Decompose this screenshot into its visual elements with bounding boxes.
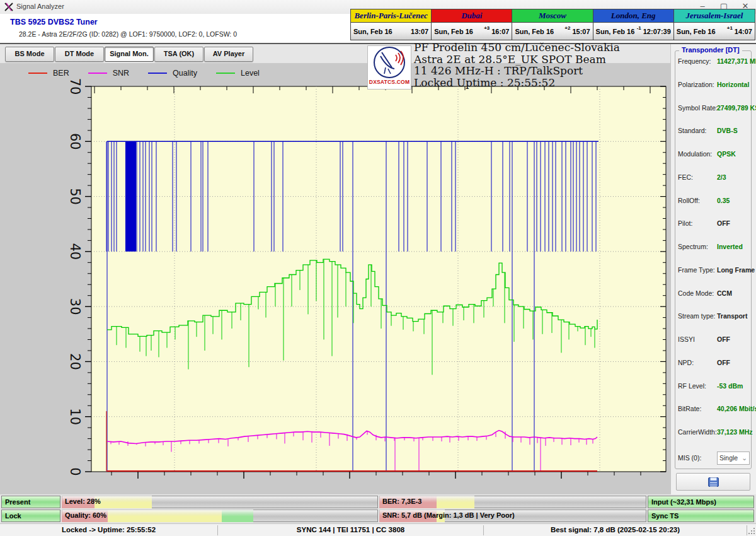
mis-label: MIS (0): [678,454,717,462]
legend-label: BER [53,69,69,78]
svg-text:0: 0 [67,467,83,475]
legend-label: Quality [173,69,197,78]
clock-utc-offset: -1 [637,25,641,31]
transponder-row-value: QPSK [717,150,736,158]
lock-indicator: Lock [1,510,60,522]
transponder-row-label: FEC: [678,173,717,181]
save-button[interactable] [676,473,750,491]
clock-city-label: London, Eng [593,9,673,23]
tuner-subtitle: 28.2E - Astra 2E/2F/2G (ID: 0282) @ LOF1… [19,30,237,38]
snr-gauge: SNR: 5,7 dB (Margin: 1,3 dB | Very Poor) [379,510,646,522]
transponder-row: RollOff:0.35 [678,197,750,204]
transponder-row-value: Horizontal [717,81,749,88]
level-gauge: Level: 28% [62,496,378,508]
mis-select[interactable]: Single⌄ [717,452,750,465]
clock-dubai: Dubai Sun, Feb 16+316:07 [432,9,512,40]
dxsatcs-logo: DXSATCS.COM [367,45,411,90]
clock-jerusalem: Jerusalem-Israel Sun, Feb 16+114:07 [674,9,755,40]
ber-gauge-label: BER: 7,3E-3 [382,496,421,508]
transponder-row: Pilot:OFF [678,219,750,227]
clock-utc-offset: +3 [484,25,490,31]
transponder-row-label: Frame Type: [678,266,717,274]
transponder-row: Frequency:11427,371 MHz [678,57,750,65]
legend-swatch-snr [88,73,107,74]
transponder-row-label: Spectrum: [678,243,717,250]
quality-gauge-fill [108,510,222,522]
transponder-row: ISSYIOFF [678,335,750,343]
transponder-row-label: ISSYI [678,335,717,343]
clock-time: 13:07 [411,28,428,35]
transponder-row-value: Inverted [717,243,743,250]
feed-info-text: PF Prodelin 450 cm/Lučenec-Slovakia Astr… [414,42,685,88]
tab-dt-mode[interactable]: DT Mode [55,47,104,62]
satellite-dish-icon [373,46,406,79]
status-sync-counters: SYNC 144 | TEI 11751 | CC 3808 [218,524,483,536]
clock-utc-offset: +2 [564,25,570,31]
svg-text:10: 10 [67,408,83,425]
tab-tsa[interactable]: TSA (OK) [154,47,203,62]
transponder-row: NPD:OFF [678,359,750,366]
transponder-row-label: RollOff: [678,197,717,204]
transponder-rows: Frequency:11427,371 MHzPolarization:Hori… [678,57,750,465]
transponder-row-value: CCM [717,289,732,297]
clock-city-label: Dubai [432,9,512,23]
transponder-row-label: RF Level: [678,382,717,390]
transponder-row-label: Stream type: [678,312,717,320]
quality-gauge: Quality: 60% [62,510,378,522]
transponder-panel: Transponder [DT] Frequency:11427,371 MHz… [670,44,756,494]
world-clocks: Berlin-Paris-Lučenec Sun, Feb 1613:07 Du… [350,9,755,40]
clock-time: 16:07 [491,28,509,35]
transponder-row-value: DVB-S [717,127,738,134]
legend-swatch-ber [28,73,47,74]
clock-berlin: Berlin-Paris-Lučenec Sun, Feb 1613:07 [351,9,432,40]
feed-line-dish: PF Prodelin 450 cm/Lučenec-Slovakia [414,42,685,54]
tab-bs-mode[interactable]: BS Mode [5,47,54,62]
transponder-row-label: Code Mode: [678,289,717,297]
transponder-title: Transponder [DT] [679,46,742,54]
transponder-row: Code Mode:CCM [678,289,750,297]
clock-time: 14:07 [735,28,752,35]
resize-grip[interactable] [747,528,755,535]
svg-text:20: 20 [67,353,83,370]
transponder-groupbox: Transponder [DT] Frequency:11427,371 MHz… [675,50,752,469]
level-gauge-label: Level: 28% [65,496,101,508]
transponder-row-value: 11427,371 MHz [717,57,756,65]
clock-london: London, Eng Sun, Feb 16-112:07:39 [593,9,674,40]
clock-date: Sun, Feb 16 [353,28,409,35]
svg-text:60: 60 [67,133,83,150]
transponder-row: Frame Type:Long Frame [678,266,750,274]
transponder-row-value: 37,123 MHz [717,428,753,436]
transponder-row-label: Symbol Rate: [678,104,717,112]
tab-av-player[interactable]: AV Player [204,47,253,62]
logo-text: DXSATCS.COM [369,79,410,85]
clock-city-label: Jerusalem-Israel [674,9,755,23]
status-bar: Locked -> Uptime: 25:55:52 SYNC 144 | TE… [0,523,756,536]
quality-gauge-label: Quality: 60% [65,510,106,521]
clock-moscow: Moscow Sun, Feb 16+215:07 [512,9,593,40]
mis-value: Single [719,454,738,462]
snr-gauge-label: SNR: 5,7 dB (Margin: 1,3 dB | Very Poor) [382,510,515,521]
transponder-row: CarrierWidth:37,123 MHz [678,428,750,436]
svg-text:30: 30 [67,298,83,315]
transponder-row: Modulation:QPSK [678,150,750,158]
legend-item-snr: SNR [88,69,129,78]
status-locked-uptime: Locked -> Uptime: 25:55:52 [0,524,217,536]
sync-ts-indicator: Sync TS [648,510,754,522]
present-indicator: Present [1,496,60,508]
transponder-row-value: OFF [717,359,730,366]
input-rate-indicator: Input (~32,31 Mbps) [648,496,754,508]
transponder-row-label: NPD: [678,359,717,366]
feed-line-uptime: Locked Uptime : 25:55:52 [414,77,685,89]
svg-text:40: 40 [67,243,83,260]
svg-text:50: 50 [67,188,83,205]
mis-row: MIS (0):Single⌄ [678,452,750,465]
tab-signal-mon[interactable]: Signal Mon. [105,47,154,62]
feed-line-frequency: 11 426 MHz-H : TRP/TalkSport [414,65,685,77]
legend-label: Level [241,69,260,78]
floppy-disk-icon [708,477,719,487]
clock-time: 15:07 [572,28,590,35]
clock-date: Sun, Feb 16 [434,28,484,35]
transponder-row: Stream type:Transport [678,312,750,320]
legend-item-quality: Quality [148,69,197,78]
clock-city-label: Moscow [512,9,592,23]
